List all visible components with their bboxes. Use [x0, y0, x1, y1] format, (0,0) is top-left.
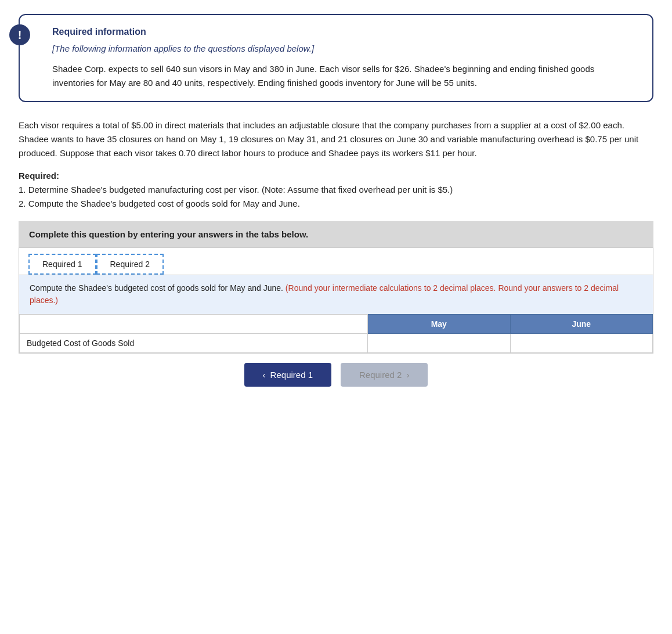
instructions: Compute the Shadee's budgeted cost of go…	[19, 275, 653, 314]
instructions-main: Compute the Shadee's budgeted cost of go…	[30, 283, 283, 293]
prev-button-label: Required 1	[270, 370, 313, 380]
may-input[interactable]	[368, 334, 510, 352]
table-header-empty	[20, 315, 368, 334]
next-button-label: Required 2	[359, 370, 402, 380]
may-input-cell[interactable]	[368, 334, 510, 353]
tabs-row: Required 1 Required 2	[19, 248, 653, 275]
june-input[interactable]	[511, 334, 652, 352]
tab-required-1[interactable]: Required 1	[28, 254, 96, 275]
next-button[interactable]: Required 2 ›	[341, 363, 428, 387]
tab-required-2[interactable]: Required 2	[96, 254, 164, 275]
required-item-2: 2. Compute the Shadee's budgeted cost of…	[19, 197, 653, 211]
exclamation-icon: !	[9, 24, 30, 45]
table-header-may: May	[368, 315, 510, 334]
tabs-container: Required 1 Required 2 Compute the Shadee…	[19, 247, 653, 354]
tab-required-1-label: Required 1	[42, 260, 82, 269]
table-row: Budgeted Cost of Goods Sold	[20, 334, 653, 353]
info-box-title: Required information	[52, 27, 638, 37]
required-title: Required:	[19, 171, 653, 181]
next-icon: ›	[406, 370, 409, 380]
required-section: Required: 1. Determine Shadee's budgeted…	[19, 171, 653, 211]
row-label: Budgeted Cost of Goods Sold	[20, 334, 368, 353]
prev-icon: ‹	[263, 370, 266, 380]
tab-required-2-label: Required 2	[110, 260, 150, 269]
info-box: ! Required information [The following in…	[19, 14, 653, 102]
june-input-cell[interactable]	[510, 334, 652, 353]
info-box-subtitle: [The following information applies to th…	[52, 42, 638, 55]
complete-bar: Complete this question by entering your …	[19, 221, 653, 247]
nav-buttons: ‹ Required 1 Required 2 ›	[19, 354, 653, 387]
body-text: Each visor requires a total of $5.00 in …	[19, 118, 653, 160]
required-item-1: 1. Determine Shadee's budgeted manufactu…	[19, 183, 653, 197]
complete-bar-label: Complete this question by entering your …	[29, 229, 308, 239]
prev-button[interactable]: ‹ Required 1	[244, 363, 331, 387]
table-header-june: June	[510, 315, 652, 334]
data-table: May June Budgeted Cost of Goods Sold	[19, 314, 653, 353]
info-box-body: Shadee Corp. expects to sell 640 sun vis…	[52, 62, 638, 89]
